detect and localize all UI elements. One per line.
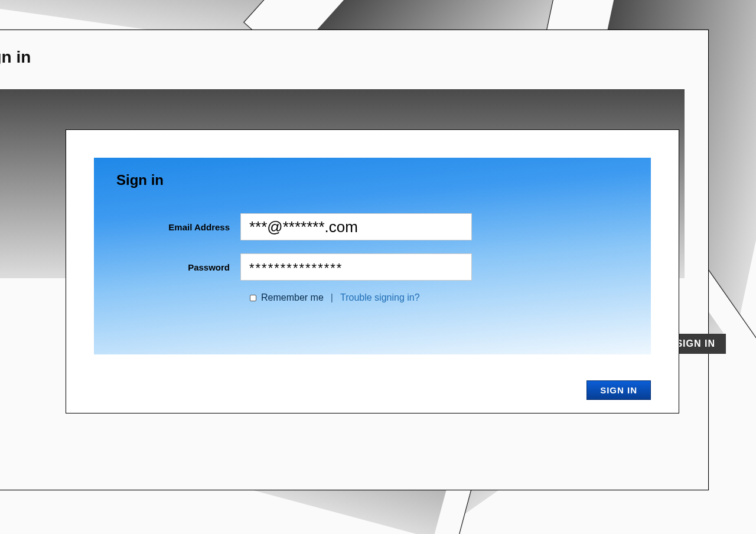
signin-button[interactable]: SIGN IN: [586, 380, 651, 400]
password-row: Password ***************: [94, 253, 651, 281]
options-row: Remember me | Trouble signing in?: [250, 292, 420, 303]
remember-checkbox[interactable]: [250, 295, 256, 301]
panel-title: Sign in: [116, 172, 164, 188]
remember-label: Remember me: [261, 292, 324, 303]
options-divider: |: [331, 292, 333, 303]
email-field[interactable]: ***@*******.com: [240, 213, 472, 240]
email-row: Email Address ***@*******.com: [94, 213, 651, 240]
signin-modal: Sign in Email Address ***@*******.com Pa…: [66, 129, 679, 413]
password-label: Password: [94, 262, 240, 272]
signin-panel: Sign in Email Address ***@*******.com Pa…: [94, 158, 651, 354]
trouble-signing-in-link[interactable]: Trouble signing in?: [340, 292, 420, 303]
email-label: Email Address: [94, 222, 240, 232]
password-mask: ***************: [249, 261, 343, 275]
background-title: Sign in: [0, 48, 31, 67]
password-field[interactable]: ***************: [240, 253, 472, 281]
